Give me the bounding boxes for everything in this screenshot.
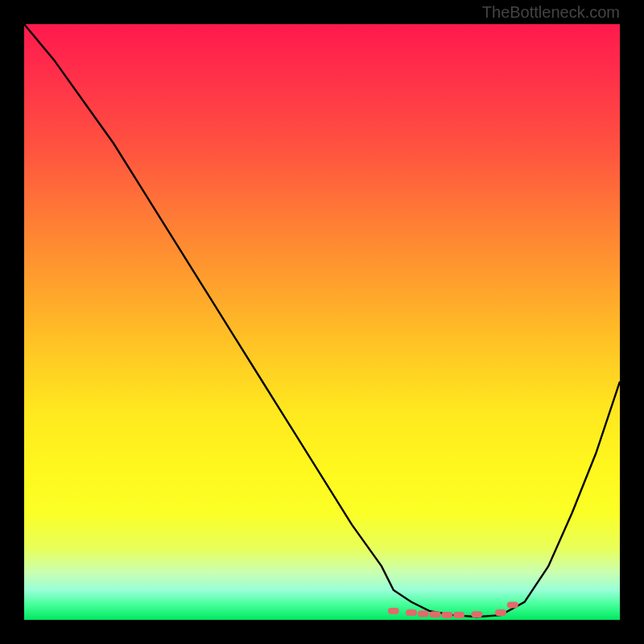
chart-svg	[24, 24, 620, 620]
bottleneck-curve	[24, 24, 620, 617]
optimal-dot	[507, 602, 518, 609]
optimal-dot	[453, 612, 464, 618]
watermark-text: TheBottleneck.com	[482, 3, 620, 22]
optimal-dot	[388, 608, 399, 614]
optimal-dot	[471, 611, 482, 617]
optimal-dot	[495, 609, 506, 616]
optimal-dot	[418, 611, 429, 617]
chart-plot-area	[24, 24, 620, 620]
optimal-dot	[430, 611, 441, 617]
optimal-dot	[406, 609, 417, 616]
optimal-dot	[441, 612, 452, 618]
